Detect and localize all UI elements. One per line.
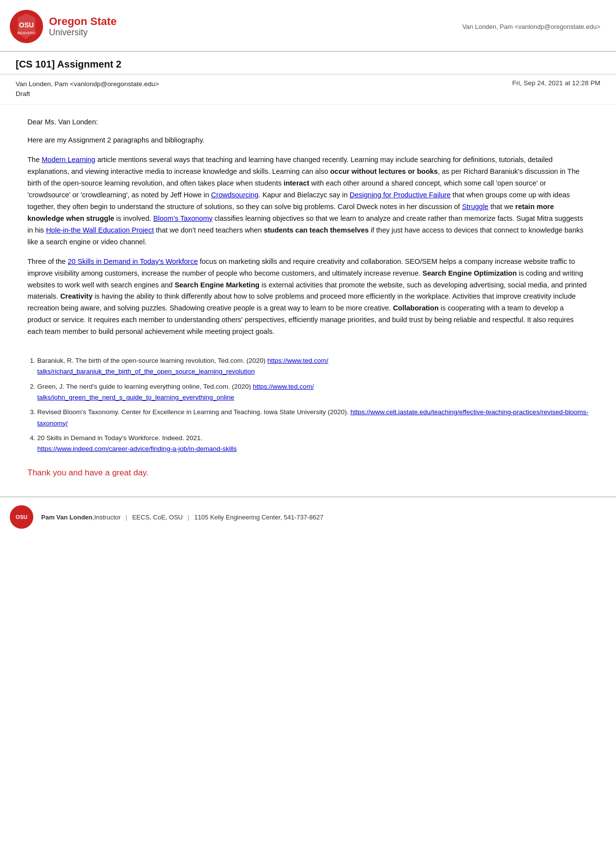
paragraph-1: The Modern Learning article mentions sev… [27, 154, 589, 248]
designing-failure-link[interactable]: Designing for Productive Failure [350, 191, 450, 199]
salutation: Dear Ms. Van Londen: [27, 117, 589, 128]
struggle-link[interactable]: Struggle [462, 203, 488, 211]
p2-text1: Three of the [27, 258, 68, 265]
email-closing: Thank you and have a great day. [0, 463, 616, 496]
crowdsourcing-link[interactable]: Crowdsourcing [211, 191, 259, 199]
footer-location: 1105 Kelly Engineering Center, 541-737-8… [194, 514, 324, 521]
bib-item-2: Green, J. The nerd's guide to learning e… [37, 381, 589, 403]
p2-text2: focus on marketing skills and require cr… [27, 258, 587, 336]
hole-in-wall-link[interactable]: Hole-in-the Wall Education Project [46, 226, 154, 234]
svg-text:OSU: OSU [16, 514, 27, 520]
email-subject-section: [CS 101] Assignment 2 [0, 52, 616, 74]
footer-dept: EECS, CoE, OSU [132, 514, 183, 521]
email-footer: OSU Pam Van Londen , Instructor | EECS, … [0, 496, 616, 537]
footer-logo-icon: OSU [9, 504, 34, 530]
p1-text3: . Kapur and Bielaczyc say in [259, 191, 350, 199]
draft-status: Draft [16, 89, 159, 99]
header-sender-info: Van Londen, Pam <vanlondp@oregonstate.ed… [462, 23, 600, 30]
bib-1-text: Baraniuk, R. The birth of the open-sourc… [37, 357, 267, 364]
bib-item-4: 20 Skills in Demand in Today's Workforce… [37, 433, 589, 455]
footer-sep-2: | [188, 514, 189, 521]
university-name-line2: University [49, 27, 117, 38]
20skills-link[interactable]: 20 Skills in Demand in Today's Workforce [68, 258, 198, 265]
university-name-line1: Oregon State [49, 15, 117, 27]
university-name: Oregon State University [49, 15, 117, 38]
bib-item-1: Baraniuk, R. The birth of the open-sourc… [37, 355, 589, 377]
email-subject-line: [CS 101] Assignment 2 [16, 59, 600, 70]
blooms-taxonomy-link[interactable]: Bloom's Taxonomy [153, 214, 213, 222]
p1-text1: The [27, 156, 42, 164]
email-meta: Van Londen, Pam <vanlondp@oregonstate.ed… [0, 74, 616, 105]
closing-text: Thank you and have a great day. [27, 468, 589, 478]
footer-contact: Pam Van Londen , Instructor | EECS, CoE,… [41, 514, 323, 521]
email-body: Dear Ms. Van Londen: Here are my Assignm… [0, 105, 616, 356]
svg-text:BEAVERS: BEAVERS [17, 31, 35, 35]
svg-text:OSU: OSU [19, 21, 34, 29]
osu-logo-icon: OSU BEAVERS [9, 9, 44, 44]
bib-2-text: Green, J. The nerd's guide to learning e… [37, 383, 253, 390]
email-date: Fri, Sep 24, 2021 at 12:28 PM [512, 79, 600, 87]
footer-name: Pam Van Londen [41, 514, 93, 521]
bib-4-link[interactable]: https://www.indeed.com/career-advice/fin… [37, 445, 237, 452]
email-container: OSU BEAVERS Oregon State University Van … [0, 0, 616, 537]
bib-4-text: 20 Skills in Demand in Today's Workforce… [37, 434, 203, 442]
bib-3-text: Revised Bloom's Taxonomy. Center for Exc… [37, 408, 351, 416]
intro-paragraph: Here are my Assignment 2 paragraphs and … [27, 135, 589, 146]
from-address: Van Londen, Pam <vanlondp@oregonstate.ed… [16, 79, 159, 89]
logo-area: OSU BEAVERS Oregon State University [9, 9, 117, 44]
footer-sep-1: | [126, 514, 127, 521]
bibliography-section: Baraniuk, R. The birth of the open-sourc… [0, 355, 616, 454]
bib-item-3: Revised Bloom's Taxonomy. Center for Exc… [37, 407, 589, 429]
paragraph-2: Three of the 20 Skills in Demand in Toda… [27, 256, 589, 338]
bibliography-list: Baraniuk, R. The birth of the open-sourc… [37, 355, 589, 454]
footer-title: Instructor [94, 514, 120, 521]
modern-learning-link[interactable]: Modern Learning [42, 156, 95, 164]
email-from: Van Londen, Pam <vanlondp@oregonstate.ed… [16, 79, 159, 99]
email-header: OSU BEAVERS Oregon State University Van … [0, 0, 616, 52]
